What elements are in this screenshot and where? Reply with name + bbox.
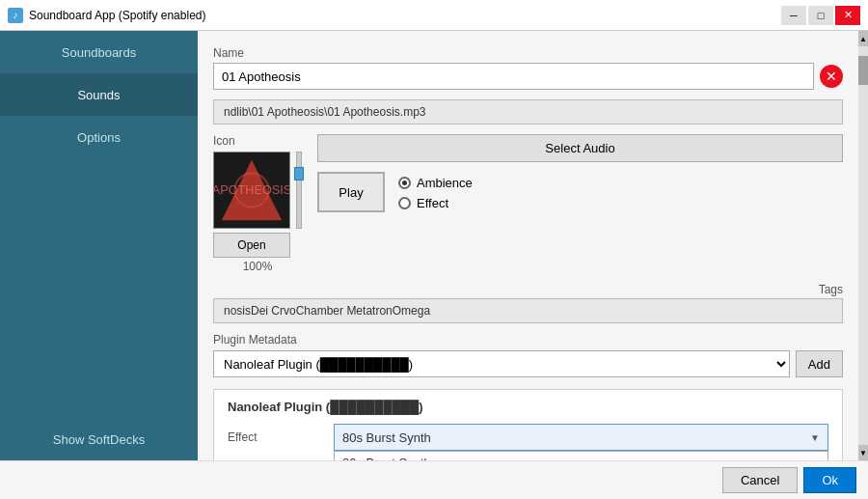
svg-text:APOTHEOSIS: APOTHEOSIS <box>214 183 289 197</box>
scroll-down-arrow[interactable]: ▼ <box>858 445 868 460</box>
radio-ambience-circle <box>398 177 411 189</box>
effect-dropdown-container: 80s Burst Synth ▼ 80s Burst Synth 80s Bu… <box>334 424 828 451</box>
effect-dropdown-selected[interactable]: 80s Burst Synth ▼ <box>334 424 828 451</box>
play-button[interactable]: Play <box>317 172 385 212</box>
nanoleaf-effect-row: Effect 80s Burst Synth ▼ 80s Burst Synth… <box>228 424 828 451</box>
cancel-button[interactable]: Cancel <box>722 467 798 493</box>
sidebar-item-options[interactable]: Options <box>0 116 198 158</box>
play-and-options: Play Ambience Effect <box>317 172 843 212</box>
minimize-button[interactable]: ─ <box>781 6 806 25</box>
name-row: ✕ <box>213 63 843 90</box>
show-softdecks-button[interactable]: Show SoftDecks <box>0 419 198 460</box>
bottom-bar: Cancel Ok <box>0 460 868 499</box>
nanoleaf-title: Nanoleaf Plugin (██████████) <box>228 400 828 414</box>
radio-ambience[interactable]: Ambience <box>398 176 473 190</box>
tags-row: Tags nosisDei CrvoChamber MetatronOmega <box>213 283 843 323</box>
title-bar: ♪ Soundboard App (Spotify enabled) ─ □ ✕ <box>0 0 868 31</box>
sidebar: Soundboards Sounds Options Show SoftDeck… <box>0 31 198 460</box>
icon-block: Icon APOTHEOSIS <box>213 134 302 273</box>
clear-name-button[interactable]: ✕ <box>820 65 843 88</box>
radio-ambience-label: Ambience <box>417 176 473 190</box>
icon-preview: APOTHEOSIS <box>213 152 290 229</box>
file-path-bar: ndlib\01 Apotheosis\01 Apotheosis.mp3 <box>213 99 843 125</box>
title-bar-controls: ─ □ ✕ <box>781 6 860 25</box>
scrollbar-thumb <box>858 56 868 85</box>
radio-group: Ambience Effect <box>398 172 473 210</box>
app-icon: ♪ <box>8 8 23 23</box>
radio-effect[interactable]: Effect <box>398 196 473 210</box>
volume-percent: 100% <box>213 260 302 273</box>
volume-handle <box>294 167 304 180</box>
tags-field: nosisDei CrvoChamber MetatronOmega <box>213 298 843 323</box>
tags-label: Tags <box>213 283 843 296</box>
select-audio-button[interactable]: Select Audio <box>317 134 843 162</box>
plugin-add-button[interactable]: Add <box>796 350 843 377</box>
effect-selected-text: 80s Burst Synth <box>342 430 431 445</box>
plugin-select-row: Nanoleaf Plugin (██████████) Add <box>213 350 843 377</box>
controls-block: Select Audio Play Ambience Effect <box>317 134 843 273</box>
volume-slider[interactable] <box>296 152 302 229</box>
main-layout: Soundboards Sounds Options Show SoftDeck… <box>0 31 868 460</box>
effect-dropdown-list: 80s Burst Synth 80s Burst Synth Red Aler… <box>334 451 828 460</box>
nanoleaf-effect-label: Effect <box>228 430 324 444</box>
close-window-button[interactable]: ✕ <box>835 6 860 25</box>
maximize-button[interactable]: □ <box>808 6 833 25</box>
ok-button[interactable]: Ok <box>803 467 856 493</box>
open-icon-button[interactable]: Open <box>213 233 290 258</box>
icon-label: Icon <box>213 134 302 148</box>
effect-option-0[interactable]: 80s Burst Synth <box>335 452 827 460</box>
radio-effect-circle <box>398 197 411 209</box>
content-area: Name ✕ ndlib\01 Apotheosis\01 Apotheosis… <box>198 31 858 460</box>
radio-effect-label: Effect <box>417 196 448 210</box>
sidebar-item-sounds[interactable]: Sounds <box>0 73 198 116</box>
scroll-up-arrow[interactable]: ▲ <box>858 31 868 46</box>
plugin-meta-label: Plugin Metadata <box>213 333 843 347</box>
right-scrollbar[interactable]: ▲ ▼ <box>858 31 868 460</box>
plugin-select[interactable]: Nanoleaf Plugin (██████████) <box>213 350 790 377</box>
sidebar-item-soundboards[interactable]: Soundboards <box>0 31 198 73</box>
mid-section: Icon APOTHEOSIS <box>213 134 843 273</box>
name-input[interactable] <box>213 63 814 90</box>
dropdown-arrow-icon: ▼ <box>810 432 820 443</box>
title-bar-text: Soundboard App (Spotify enabled) <box>29 9 781 22</box>
nanoleaf-section: Nanoleaf Plugin (██████████) Effect 80s … <box>213 389 843 460</box>
name-label: Name <box>213 46 843 60</box>
